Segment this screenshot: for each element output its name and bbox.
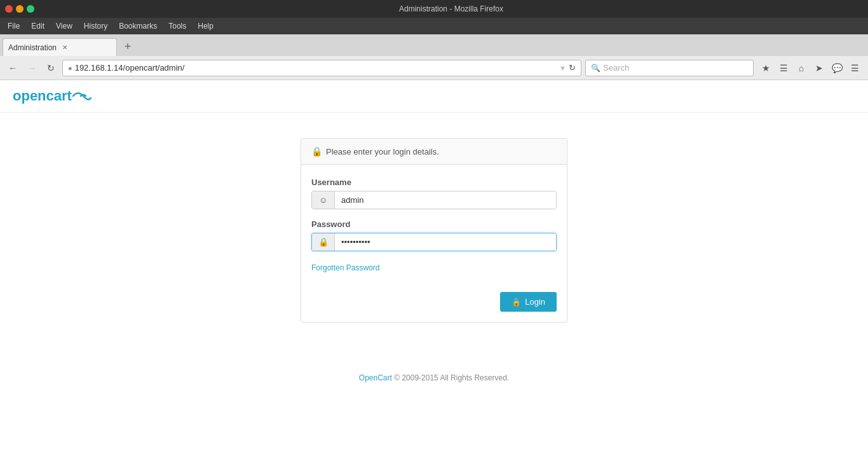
menu-tools[interactable]: Tools: [163, 20, 191, 32]
window-controls: [5, 5, 34, 13]
menubar: File Edit View History Bookmarks Tools H…: [0, 18, 868, 34]
active-tab[interactable]: Administration ✕: [3, 38, 117, 56]
tab-close-button[interactable]: ✕: [60, 43, 69, 52]
search-icon: 🔍: [591, 64, 600, 73]
url-refresh-icon[interactable]: ↻: [569, 63, 576, 73]
footer-opencart-link[interactable]: OpenCart: [359, 373, 392, 382]
search-placeholder: Search: [603, 63, 629, 73]
new-tab-button[interactable]: +: [119, 38, 136, 55]
footer-copyright: © 2009-2015 All Rights Reserved.: [394, 373, 509, 382]
url-dropdown-icon[interactable]: ▼: [559, 64, 566, 72]
logo-text: opencart: [13, 88, 72, 104]
logo-icon: [72, 89, 92, 103]
back-button[interactable]: ←: [5, 60, 20, 76]
password-input[interactable]: [335, 233, 556, 251]
lock-icon: 🔒: [311, 146, 322, 156]
menu-bookmarks[interactable]: Bookmarks: [114, 20, 162, 32]
user-icon: ☺: [312, 191, 335, 209]
login-body: Username ☺ Password 🔒 Forgotten: [301, 165, 567, 286]
home-icon[interactable]: ⌂: [793, 60, 810, 76]
menu-view[interactable]: View: [51, 20, 78, 32]
menu-history[interactable]: History: [79, 20, 112, 32]
reload-button[interactable]: ↻: [43, 60, 58, 76]
login-header-text: Please enter your login details.: [326, 147, 439, 156]
forgotten-password-link-wrapper: Forgotten Password: [311, 261, 557, 273]
password-group: Password 🔒: [311, 219, 557, 251]
opencart-logo: opencart: [13, 88, 855, 104]
forward-button[interactable]: →: [24, 60, 39, 76]
site-header: opencart: [0, 80, 868, 113]
lock-icon: ●: [68, 64, 72, 72]
url-bar[interactable]: ● 192.168.1.14/opencart/admin/ ▼ ↻: [62, 60, 581, 76]
page-footer: OpenCart © 2009-2015 All Rights Reserved…: [0, 361, 868, 395]
tab-label: Administration: [8, 43, 57, 52]
minimize-window-button[interactable]: [16, 5, 24, 13]
tabbar: Administration ✕ +: [0, 34, 868, 56]
menu-file[interactable]: File: [3, 20, 25, 32]
username-label: Username: [311, 177, 557, 187]
login-button[interactable]: 🔒 Login: [500, 292, 557, 312]
browser-toolbar: ★ ☰ ⌂ ➤ 💬 ☰: [757, 60, 863, 76]
titlebar: Administration - Mozilla Firefox: [0, 0, 868, 18]
menu-icon[interactable]: ☰: [846, 60, 863, 76]
username-input[interactable]: [335, 191, 556, 209]
page-content: opencart 🔒 Please enter your login detai…: [0, 80, 868, 458]
lock-icon: 🔒: [312, 233, 335, 251]
menu-help[interactable]: Help: [193, 20, 219, 32]
chat-icon[interactable]: 💬: [829, 60, 845, 76]
reading-list-icon[interactable]: ☰: [775, 60, 792, 76]
forgotten-password-link[interactable]: Forgotten Password: [311, 263, 379, 272]
menu-edit[interactable]: Edit: [26, 20, 50, 32]
login-btn-icon: 🔒: [512, 298, 521, 307]
close-window-button[interactable]: [5, 5, 13, 13]
password-input-group: 🔒: [311, 233, 557, 251]
bookmark-star-icon[interactable]: ★: [757, 60, 774, 76]
window-title: Administration - Mozilla Firefox: [39, 4, 863, 13]
login-panel: 🔒 Please enter your login details. Usern…: [301, 138, 567, 323]
password-label: Password: [311, 219, 557, 229]
maximize-window-button[interactable]: [27, 5, 34, 13]
url-text: 192.168.1.14/opencart/admin/: [75, 63, 557, 73]
search-bar[interactable]: 🔍 Search: [585, 60, 754, 76]
send-icon[interactable]: ➤: [811, 60, 827, 76]
login-btn-label: Login: [525, 297, 545, 307]
login-footer: 🔒 Login: [301, 286, 567, 322]
username-group: Username ☺: [311, 177, 557, 209]
login-header: 🔒 Please enter your login details.: [301, 139, 567, 165]
addressbar: ← → ↻ ● 192.168.1.14/opencart/admin/ ▼ ↻…: [0, 56, 868, 80]
username-input-group: ☺: [311, 191, 557, 209]
login-wrapper: 🔒 Please enter your login details. Usern…: [0, 113, 868, 335]
